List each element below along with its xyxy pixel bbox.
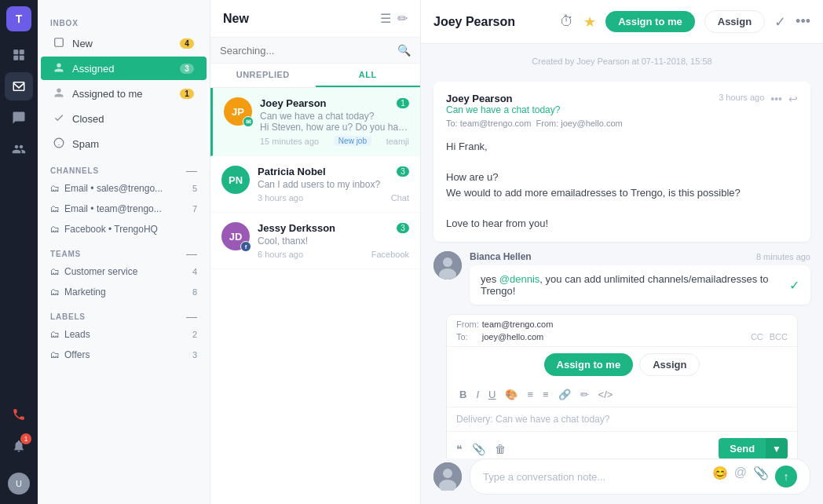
teams-action[interactable]: — xyxy=(186,247,197,260)
send-button[interactable]: Send xyxy=(719,438,766,458)
nav-contacts[interactable] xyxy=(5,135,33,163)
team-count2: 8 xyxy=(192,287,197,297)
delivered-icon: ✓ xyxy=(789,278,799,293)
channel-email-sales[interactable]: 🗂 Email • sales@trengo... 5 xyxy=(38,178,210,199)
note-input-area[interactable]: Type a conversation note... 😊 @ 📎 ↑ xyxy=(470,458,810,495)
labels-label: LABELS xyxy=(50,312,86,321)
conv-preview-patricia: Can I add users to my inbox? xyxy=(258,179,409,190)
draw-button[interactable]: ✏ xyxy=(577,387,592,402)
sort-icon[interactable]: ☰ xyxy=(380,11,391,26)
tab-unreplied[interactable]: UNREPLIED xyxy=(210,64,316,87)
sidebar-item-closed[interactable]: Closed xyxy=(41,107,207,130)
assigned-to-me-label: Assigned to me xyxy=(72,88,174,100)
team-customer-service[interactable]: 🗂 Customer service 4 xyxy=(38,261,210,282)
conv-content-joey: Joey Pearson 1 Can we have a chat today?… xyxy=(260,97,409,146)
label-leads[interactable]: 🗂 Leads 2 xyxy=(38,324,210,345)
svg-rect-4 xyxy=(55,38,64,47)
assign-button[interactable]: Assign xyxy=(704,10,765,33)
mention-icon[interactable]: @ xyxy=(734,466,747,488)
bcc-button[interactable]: BCC xyxy=(770,332,788,341)
svg-rect-0 xyxy=(13,49,18,54)
assign-to-me-button[interactable]: Assign to me xyxy=(605,11,695,32)
star-icon[interactable]: ★ xyxy=(583,13,596,31)
message-subject: Can we have a chat today? xyxy=(446,104,623,115)
underline-button[interactable]: U xyxy=(485,387,499,402)
delete-button[interactable]: 🗑 xyxy=(495,443,506,455)
code-button[interactable]: </> xyxy=(595,387,616,402)
reply-compose-area[interactable]: Delivery: Can we have a chat today? xyxy=(447,407,797,431)
nav-rail: T 1 U xyxy=(0,0,38,504)
spam-icon xyxy=(53,137,66,150)
italic-button[interactable]: I xyxy=(473,387,482,402)
label-count2: 3 xyxy=(192,350,197,360)
edit-icon[interactable]: ✏ xyxy=(397,11,408,26)
conv-search-bar: 🔍 xyxy=(210,38,420,64)
conv-tag-joey: New job xyxy=(334,136,371,146)
svg-point-11 xyxy=(443,469,452,478)
team-marketing[interactable]: 🗂 Marketing 8 xyxy=(38,282,210,302)
svg-rect-2 xyxy=(13,56,18,60)
reply-assign-button[interactable]: Assign xyxy=(639,353,700,376)
sidebar-item-spam[interactable]: Spam xyxy=(41,132,207,155)
emoji-icon[interactable]: 😊 xyxy=(712,466,728,488)
agent-message-time: 8 minutes ago xyxy=(756,252,810,261)
tab-all[interactable]: ALL xyxy=(316,64,421,87)
more-options-icon[interactable]: ••• xyxy=(796,13,810,30)
sidebar-item-assigned-to-me[interactable]: Assigned to me 1 xyxy=(41,82,207,105)
note-avatar xyxy=(433,462,462,491)
color-button[interactable]: 🎨 xyxy=(502,387,521,402)
avatar-joey: JP ✉ xyxy=(224,97,252,126)
channel-email-team[interactable]: 🗂 Email • team@trengo... 7 xyxy=(38,199,210,219)
list-unordered-button[interactable]: ≡ xyxy=(540,387,552,402)
conv-item-joey[interactable]: JP ✉ Joey Pearson 1 Can we have a chat t… xyxy=(210,88,420,156)
nav-avatar[interactable]: U xyxy=(5,469,33,498)
cc-button[interactable]: CC xyxy=(751,332,763,341)
nav-notifications[interactable]: 1 xyxy=(5,432,33,460)
team-name2: Marketing xyxy=(64,287,188,298)
reply-cc-bcc: CC BCC xyxy=(751,332,788,341)
avatar-patricia: PN xyxy=(221,166,250,194)
reply-icon[interactable]: ↩ xyxy=(788,93,798,105)
conv-time-patricia: 3 hours ago xyxy=(258,193,303,203)
conv-source-joey: teamji xyxy=(386,137,409,146)
nav-chat[interactable] xyxy=(5,104,33,132)
label-name: Leads xyxy=(64,329,188,340)
chat-header: Joey Pearson ⏱ ★ Assign to me Assign ✓ •… xyxy=(421,0,823,44)
note-send-icon[interactable]: ↑ xyxy=(775,466,797,488)
teams-header: TEAMS — xyxy=(38,239,210,261)
label-offers[interactable]: 🗂 Offers 3 xyxy=(38,345,210,365)
channel-facebook[interactable]: 🗂 Facebook • TrengoHQ xyxy=(38,219,210,239)
attach-button[interactable]: 📎 xyxy=(472,443,485,455)
more-message-icon[interactable]: ••• xyxy=(770,93,782,105)
conv-preview-joey: Can we have a chat today? xyxy=(260,111,409,122)
agent-name: Bianca Hellen xyxy=(470,251,532,262)
timer-icon[interactable]: ⏱ xyxy=(560,13,574,30)
channels-action[interactable]: — xyxy=(186,164,197,177)
chat-messages: Created by Joey Pearson at 07-11-2018, 1… xyxy=(421,44,823,458)
reply-assign-to-me-button[interactable]: Assign to me xyxy=(544,353,634,376)
bold-button[interactable]: B xyxy=(456,387,470,402)
reply-from-to: From: team@trengo.com To: joey@hello.com… xyxy=(447,315,797,347)
list-ordered-button[interactable]: ≡ xyxy=(524,387,536,402)
agent-message-body: yes @dennis, you can add unlimited chann… xyxy=(470,265,810,305)
check-icon[interactable]: ✓ xyxy=(774,13,786,31)
labels-action[interactable]: — xyxy=(186,310,197,323)
label-count: 2 xyxy=(192,330,197,339)
reply-left-actions: ❝ 📎 🗑 xyxy=(456,443,506,455)
closed-icon xyxy=(53,112,66,125)
send-dropdown-button[interactable]: ▼ xyxy=(766,438,788,458)
sidebar-item-new[interactable]: New 4 xyxy=(41,31,207,55)
link-button[interactable]: 🔗 xyxy=(555,387,574,402)
nav-home[interactable] xyxy=(5,41,33,69)
conv-panel-actions: ☰ ✏ xyxy=(380,11,408,26)
channel-name2: Email • team@trengo... xyxy=(64,203,188,214)
quote-button[interactable]: ❝ xyxy=(456,443,463,455)
nav-phone[interactable] xyxy=(5,400,33,429)
note-attach-icon[interactable]: 📎 xyxy=(753,466,769,488)
nav-inbox[interactable] xyxy=(5,72,33,100)
conv-item-patricia[interactable]: PN Patricia Nobel 3 Can I add users to m… xyxy=(210,156,420,213)
sidebar-item-assigned[interactable]: Assigned 3 xyxy=(41,57,207,80)
search-input[interactable] xyxy=(220,45,391,57)
conv-item-jessy[interactable]: JD f Jessy Derksson 3 Cool, thanx! 6 hou… xyxy=(210,213,420,269)
spam-label: Spam xyxy=(72,138,194,150)
